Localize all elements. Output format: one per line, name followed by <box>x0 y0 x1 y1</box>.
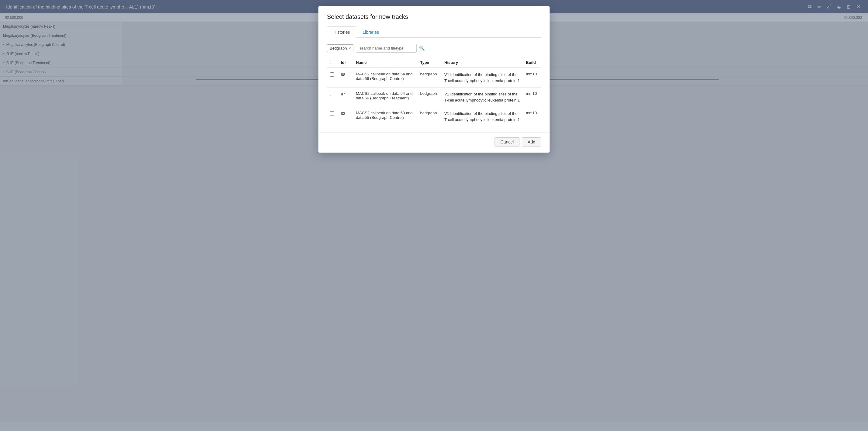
header-history: History <box>441 58 523 68</box>
row-history-2: V1 Identification of the binding sites o… <box>441 107 523 127</box>
row-type-1: bedgraph <box>417 88 441 107</box>
search-input[interactable] <box>356 44 417 53</box>
modal-dialog: Select datasets for new tracks Histories… <box>318 6 550 153</box>
row-id-2: 83 <box>338 107 353 127</box>
row-check-cell-1 <box>327 88 338 107</box>
dataset-table: Id↑ Name Type History Build <box>327 58 541 126</box>
header-history-label: History <box>444 60 458 65</box>
filter-tag-remove-icon[interactable]: × <box>348 46 351 51</box>
table-body: 88 MACS2 callpeak on data 54 and data 56… <box>327 68 541 126</box>
header-type-label: Type <box>420 60 429 65</box>
header-name-label: Name <box>356 60 367 65</box>
table-header-row: Id↑ Name Type History Build <box>327 58 541 68</box>
select-all-checkbox[interactable] <box>330 60 334 64</box>
modal-header: Select datasets for new tracks Histories… <box>318 6 550 38</box>
filter-row: Bedgraph × 🔍 <box>327 44 541 53</box>
row-type-2: bedgraph <box>417 107 441 127</box>
header-check-cell <box>327 58 338 68</box>
header-build-label: Build <box>526 60 536 65</box>
table-row: 83 MACS2 callpeak on data 53 and data 55… <box>327 107 541 127</box>
row-checkbox-0[interactable] <box>330 72 334 76</box>
modal-footer: Cancel Add <box>318 132 550 153</box>
header-build: Build <box>523 58 541 68</box>
add-button[interactable]: Add <box>522 137 541 146</box>
row-id-1: 87 <box>338 88 353 107</box>
header-type: Type <box>417 58 441 68</box>
row-check-cell-2 <box>327 107 338 127</box>
header-id-label: Id <box>341 60 345 65</box>
tab-libraries[interactable]: Libraries <box>356 27 385 38</box>
row-type-0: bedgraph <box>417 68 441 88</box>
row-check-cell-0 <box>327 68 338 88</box>
row-build-2: mm10 <box>523 107 541 127</box>
row-history-1: V1 Identification of the binding sites o… <box>441 88 523 107</box>
row-build-0: mm10 <box>523 68 541 88</box>
table-row: 88 MACS2 callpeak on data 54 and data 56… <box>327 68 541 88</box>
row-checkbox-2[interactable] <box>330 111 334 115</box>
table-row: 87 MACS2 callpeak on data 54 and data 56… <box>327 88 541 107</box>
modal-overlay: Select datasets for new tracks Histories… <box>0 0 868 431</box>
modal-title: Select datasets for new tracks <box>327 13 541 20</box>
row-name-0: MACS2 callpeak on data 54 and data 56 (B… <box>353 68 417 88</box>
table-header: Id↑ Name Type History Build <box>327 58 541 68</box>
row-build-1: mm10 <box>523 88 541 107</box>
header-id[interactable]: Id↑ <box>338 58 353 68</box>
modal-tabs: Histories Libraries <box>327 27 541 38</box>
search-icon[interactable]: 🔍 <box>419 45 425 51</box>
tab-histories[interactable]: Histories <box>327 27 356 38</box>
row-name-1: MACS2 callpeak on data 54 and data 56 (B… <box>353 88 417 107</box>
row-name-2: MACS2 callpeak on data 53 and data 55 (B… <box>353 107 417 127</box>
header-name: Name <box>353 58 417 68</box>
filter-tag-label: Bedgraph <box>330 46 347 51</box>
filter-tag-bedgraph[interactable]: Bedgraph × <box>327 44 353 52</box>
sort-arrow-id: ↑ <box>345 61 346 64</box>
row-history-0: V1 Identification of the binding sites o… <box>441 68 523 88</box>
cancel-button[interactable]: Cancel <box>495 137 520 146</box>
row-checkbox-1[interactable] <box>330 92 334 96</box>
modal-body: Bedgraph × 🔍 Id↑ Nam <box>318 38 550 132</box>
row-id-0: 88 <box>338 68 353 88</box>
